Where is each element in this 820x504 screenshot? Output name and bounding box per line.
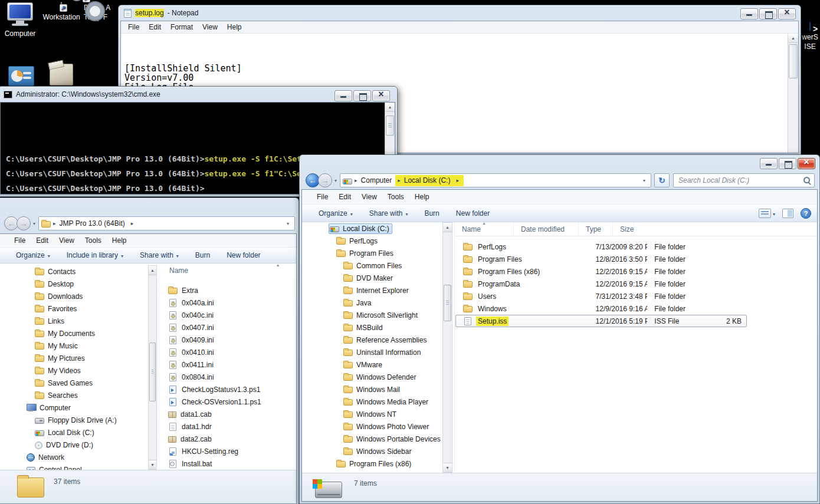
breadcrumb-crumb[interactable]: Computer bbox=[352, 175, 395, 186]
tree-item[interactable]: Windows NT bbox=[307, 408, 442, 420]
close-button[interactable] bbox=[372, 90, 390, 101]
minimize-button[interactable] bbox=[760, 158, 778, 169]
toolbar-button[interactable]: Share with bbox=[361, 206, 416, 220]
maximize-button[interactable] bbox=[353, 90, 371, 101]
tree-item[interactable]: Windows Sidebar bbox=[307, 445, 442, 457]
breadcrumb-crumb[interactable] bbox=[454, 175, 464, 186]
scroll-up-icon[interactable]: ▲ bbox=[149, 266, 156, 275]
file-row[interactable]: 0x0410.ini bbox=[158, 346, 296, 358]
tree-item[interactable]: Windows Defender bbox=[307, 371, 442, 383]
scroll-down-icon[interactable]: ▼ bbox=[443, 463, 452, 472]
scrollbar-thumb[interactable] bbox=[386, 116, 394, 136]
breadcrumb-crumb[interactable]: JMP Pro 13.0 (64Bit) bbox=[51, 218, 129, 229]
tree-item[interactable]: Local Disk (C:) bbox=[307, 222, 442, 235]
menu-item[interactable]: File bbox=[9, 235, 31, 246]
scroll-up-icon[interactable]: ▲ bbox=[443, 223, 452, 232]
tree-scrollbar[interactable]: ▲ ▼ bbox=[442, 222, 452, 473]
column-header[interactable]: Name bbox=[455, 222, 514, 236]
menu-item[interactable]: View bbox=[54, 235, 80, 246]
tree-item[interactable]: MSBuild bbox=[307, 321, 442, 334]
tree-item[interactable]: Reference Assemblies bbox=[307, 334, 442, 346]
refresh-icon[interactable]: ↻ bbox=[654, 173, 670, 187]
menu-item[interactable]: Help bbox=[222, 22, 247, 32]
tree-item[interactable]: Downloads bbox=[0, 290, 148, 302]
address-dropdown-icon[interactable]: ▾ bbox=[284, 221, 292, 226]
maximize-button[interactable] bbox=[759, 8, 777, 19]
column-header[interactable]: Date modified bbox=[514, 222, 579, 236]
recent-pages-icon[interactable]: ▾ bbox=[33, 221, 35, 226]
menu-item[interactable]: Edit bbox=[333, 191, 356, 203]
maximize-button[interactable] bbox=[779, 158, 796, 169]
scrollbar-thumb[interactable] bbox=[789, 44, 798, 78]
tree-item[interactable]: Java bbox=[307, 297, 442, 309]
tree-item[interactable]: VMware bbox=[307, 358, 442, 371]
tree-item[interactable]: Microsoft Silverlight bbox=[307, 309, 442, 321]
tree-item[interactable]: Local Disk (C:) bbox=[0, 426, 148, 439]
column-header[interactable]: Type bbox=[579, 222, 613, 236]
menu-item[interactable]: View bbox=[198, 22, 222, 32]
tree-item[interactable]: Computer bbox=[0, 401, 148, 414]
file-row[interactable]: Program Files 12/8/2016 3:50 PM File fol… bbox=[455, 253, 747, 265]
column-header-name[interactable]: Name bbox=[158, 263, 296, 278]
file-row[interactable]: Windows 12/9/2016 9:16 AM File folder bbox=[455, 302, 747, 315]
file-row[interactable]: 0x040a.ini bbox=[158, 297, 296, 309]
address-dropdown-icon[interactable]: ▾ bbox=[640, 178, 648, 183]
notepad-scrollbar[interactable]: ▲ bbox=[788, 34, 798, 153]
tree-item[interactable]: Desktop bbox=[0, 278, 148, 290]
recent-pages-icon[interactable]: ▾ bbox=[334, 178, 337, 183]
tree-item[interactable]: Windows Media Player bbox=[307, 396, 442, 408]
desktop-icon-delete-temp[interactable]: Delete A Temp F bbox=[84, 1, 118, 21]
file-row[interactable]: 0x0409.ini bbox=[158, 334, 296, 346]
tree-item[interactable]: Links bbox=[0, 315, 148, 327]
file-row[interactable]: HKCU-Setting.reg bbox=[158, 445, 296, 457]
tree-item[interactable]: Floppy Disk Drive (A:) bbox=[0, 414, 148, 426]
menu-item[interactable]: Tools bbox=[80, 235, 107, 246]
tree-item[interactable]: Control Panel bbox=[0, 463, 148, 470]
toolbar-button[interactable]: Share with bbox=[132, 248, 187, 262]
menu-item[interactable]: File bbox=[123, 22, 144, 32]
menu-item[interactable]: Edit bbox=[144, 22, 166, 32]
file-row[interactable]: Setup.iss 12/1/2016 5:19 PM ISS File 2 K… bbox=[455, 315, 747, 327]
desktop-icon-workstation[interactable]: Workstation bbox=[40, 2, 83, 21]
search-input[interactable] bbox=[673, 173, 815, 187]
search-box[interactable] bbox=[673, 173, 815, 187]
tree-item[interactable]: PerfLogs bbox=[307, 235, 442, 247]
file-row[interactable]: PerfLogs 7/13/2009 8:20 PM File folder bbox=[455, 241, 747, 253]
tree-scrollbar[interactable]: ▲ ▼ bbox=[148, 265, 157, 470]
scroll-up-icon[interactable]: ▲ bbox=[385, 103, 395, 112]
tree-item[interactable]: Internet Explorer bbox=[307, 284, 442, 297]
file-row[interactable]: data1.cab bbox=[158, 408, 296, 420]
breadcrumb-crumb[interactable]: Local Disk (C:) bbox=[395, 175, 454, 186]
tree-item[interactable]: My Pictures bbox=[0, 352, 148, 364]
file-row[interactable]: Program Files (x86) 12/2/2016 9:15 AM Fi… bbox=[455, 265, 747, 278]
menu-item[interactable]: Help bbox=[107, 235, 132, 246]
tree-item[interactable]: My Videos bbox=[0, 364, 148, 377]
change-view-button[interactable] bbox=[759, 209, 775, 218]
tree-item[interactable]: Contacts bbox=[0, 265, 148, 278]
notepad-titlebar[interactable]: setup.log - Notepad bbox=[119, 5, 801, 21]
scrollbar-thumb[interactable] bbox=[444, 285, 451, 321]
tree-item[interactable]: Program Files (x86) bbox=[307, 457, 442, 470]
tree-item[interactable]: Windows Portable Devices bbox=[307, 433, 442, 445]
toolbar-button[interactable]: Organize bbox=[8, 248, 58, 262]
preview-pane-icon[interactable] bbox=[782, 209, 793, 218]
tree-item[interactable]: Windows Mail bbox=[307, 383, 442, 396]
toolbar-button[interactable]: New folder bbox=[218, 248, 268, 262]
tree-item[interactable]: Common Files bbox=[307, 259, 442, 272]
file-row[interactable]: 0x0411.ini bbox=[158, 358, 296, 371]
menu-item[interactable]: Format bbox=[166, 22, 198, 32]
menu-item[interactable]: View bbox=[356, 191, 382, 203]
help-icon[interactable] bbox=[801, 208, 811, 219]
minimize-button[interactable] bbox=[334, 90, 352, 101]
tree-item[interactable]: Searches bbox=[0, 389, 148, 401]
partial-desktop-icon-package[interactable] bbox=[50, 64, 73, 85]
forward-button[interactable]: → bbox=[17, 216, 31, 230]
minimize-button[interactable] bbox=[740, 8, 758, 19]
tree-item[interactable]: Saved Games bbox=[0, 377, 148, 389]
scroll-down-icon[interactable]: ▼ bbox=[149, 460, 156, 469]
scroll-up-icon[interactable]: ▲ bbox=[788, 34, 798, 43]
menu-item[interactable]: Help bbox=[409, 191, 435, 203]
toolbar-button[interactable]: Burn bbox=[416, 206, 447, 220]
breadcrumb-crumb[interactable] bbox=[129, 218, 139, 229]
toolbar-button[interactable]: Burn bbox=[187, 248, 218, 262]
